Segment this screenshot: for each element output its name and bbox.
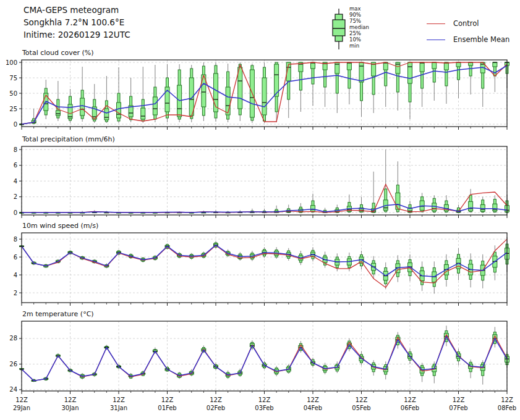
svg-text:29Jan: 29Jan [13, 405, 30, 411]
svg-text:50: 50 [9, 90, 17, 97]
svg-text:2: 2 [14, 193, 17, 200]
svg-text:02Feb: 02Feb [207, 405, 225, 411]
svg-text:08Feb: 08Feb [498, 405, 516, 411]
svg-text:100: 100 [6, 59, 17, 66]
svg-text:01Feb: 01Feb [158, 405, 176, 411]
svg-text:12Z: 12Z [113, 397, 125, 403]
svg-text:0: 0 [14, 121, 17, 128]
svg-text:12Z: 12Z [307, 397, 319, 403]
svg-text:12Z: 12Z [501, 397, 513, 403]
svg-text:4: 4 [14, 272, 17, 279]
svg-text:8: 8 [14, 146, 17, 153]
svg-text:12Z: 12Z [356, 397, 368, 403]
svg-text:05Feb: 05Feb [352, 405, 370, 411]
svg-text:0: 0 [14, 209, 17, 216]
svg-text:26: 26 [9, 361, 17, 368]
svg-text:04Feb: 04Feb [304, 405, 322, 411]
svg-text:03Feb: 03Feb [255, 405, 273, 411]
svg-text:12Z: 12Z [404, 397, 416, 403]
svg-text:75: 75 [9, 75, 17, 82]
svg-text:12Z: 12Z [453, 397, 465, 403]
svg-text:30Jan: 30Jan [61, 405, 79, 411]
svg-text:28: 28 [9, 335, 17, 342]
svg-text:6: 6 [14, 254, 17, 261]
svg-text:6: 6 [14, 162, 17, 169]
svg-text:12Z: 12Z [64, 397, 77, 403]
svg-text:12Z: 12Z [161, 397, 174, 403]
svg-text:24: 24 [9, 386, 17, 393]
meteogram-canvas: 025507510002468246824262812Z29Jan12Z30Ja… [0, 0, 520, 420]
svg-text:25: 25 [9, 106, 17, 112]
svg-text:31Jan: 31Jan [110, 405, 127, 411]
svg-text:8: 8 [14, 236, 17, 243]
svg-text:12Z: 12Z [15, 397, 28, 403]
svg-text:12Z: 12Z [258, 397, 271, 403]
svg-text:2: 2 [14, 290, 17, 296]
svg-text:4: 4 [14, 178, 17, 185]
svg-text:07Feb: 07Feb [449, 405, 467, 411]
meteogram-page: CMA-GEPS meteogram Songkhla 7.2°N 100.6°… [0, 0, 520, 420]
svg-text:06Feb: 06Feb [401, 405, 419, 411]
svg-text:12Z: 12Z [210, 397, 222, 403]
